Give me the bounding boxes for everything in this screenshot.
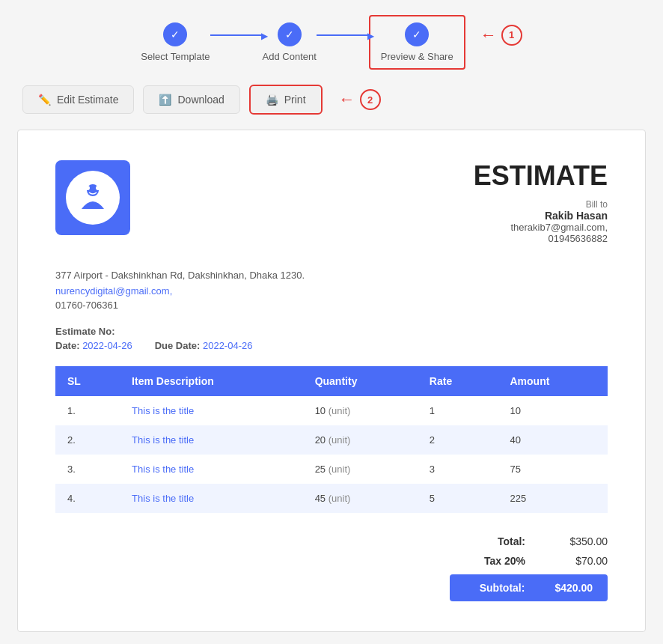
step-2-label: Add Content (263, 51, 317, 62)
col-rate: Rate (418, 366, 498, 396)
estimate-meta: Estimate No: Date: 2022-04-26 Due Date: … (55, 326, 608, 351)
step-3-circle: ✓ (405, 22, 429, 46)
annotation-1: ← 1 (480, 25, 522, 46)
svg-point-1 (85, 186, 90, 190)
cell-quantity: 45 (unit) (303, 484, 418, 513)
svg-point-2 (96, 186, 100, 190)
company-phone: 01760-706361 (55, 300, 608, 311)
download-button[interactable]: ⬆️ Download (143, 85, 239, 114)
tax-value: $70.00 (555, 555, 608, 567)
subtotal-label: Subtotal: (450, 574, 540, 601)
bill-to-name: Rakib Hasan (474, 210, 608, 222)
table-row: 2. This is the title 20 (unit) 2 40 (55, 425, 608, 455)
tax-label: Tax 20% (450, 555, 525, 567)
total-value: $350.00 (555, 535, 608, 547)
doc-title-section: ESTIMATE Bill to Rakib Hasan therakib7@g… (474, 160, 608, 244)
tax-row: Tax 20% $70.00 (450, 555, 608, 567)
doc-header: ESTIMATE Bill to Rakib Hasan therakib7@g… (55, 160, 608, 244)
step-1-circle: ✓ (163, 22, 187, 46)
edit-estimate-button[interactable]: ✏️ Edit Estimate (22, 85, 134, 114)
col-sl: SL (55, 366, 120, 396)
step-2: ✓ Add Content (263, 22, 317, 62)
connector-2: ▶ (317, 34, 369, 36)
cell-amount: 75 (498, 455, 608, 484)
items-table: SL Item Description Quantity Rate Amount… (55, 366, 608, 513)
bill-to-phone: 01945636882 (474, 233, 608, 244)
bill-to-email: therakib7@gmail.com, (474, 222, 608, 233)
cell-sl: 3. (55, 455, 120, 484)
date-field: Date: 2022-04-26 (55, 340, 132, 351)
col-quantity: Quantity (303, 366, 418, 396)
subtotal-row: Subtotal: $420.00 (450, 574, 608, 601)
cell-description: This is the title (120, 455, 303, 484)
step-1: ✓ Select Template (141, 22, 210, 62)
step-3-label: Preview & Share (381, 51, 453, 62)
step-1-label: Select Template (141, 51, 210, 62)
cell-description: This is the title (120, 396, 303, 425)
subtotal-value: $420.00 (540, 574, 608, 601)
company-info: 377 Airport - Dakshinkhan Rd, Dakshinkha… (55, 267, 608, 311)
arrow-1-icon: ▶ (261, 31, 268, 41)
bill-to-label: Bill to (474, 199, 608, 210)
print-button[interactable]: 🖨️ Print (249, 85, 323, 115)
cell-rate: 3 (418, 455, 498, 484)
table-row: 4. This is the title 45 (unit) 5 225 (55, 484, 608, 513)
estimate-number: Estimate No: (55, 326, 608, 337)
cell-quantity: 10 (unit) (303, 396, 418, 425)
cell-sl: 2. (55, 425, 120, 455)
estimate-title: ESTIMATE (474, 160, 608, 192)
arrow-2-icon: ▶ (367, 31, 374, 41)
company-logo (55, 160, 130, 235)
meta-dates: Date: 2022-04-26 Due Date: 2022-04-26 (55, 340, 608, 351)
cell-quantity: 20 (unit) (303, 425, 418, 455)
totals-section: Total: $350.00 Tax 20% $70.00 Subtotal: … (55, 535, 608, 601)
cell-amount: 40 (498, 425, 608, 455)
circle-1: 1 (501, 25, 522, 46)
cell-quantity: 25 (unit) (303, 455, 418, 484)
cell-rate: 2 (418, 425, 498, 455)
total-label: Total: (450, 535, 525, 547)
download-icon: ⬆️ (159, 94, 171, 106)
company-email: nurencydigital@gmail.com, (55, 284, 608, 300)
company-address: 377 Airport - Dakshinkhan Rd, Dakshinkha… (55, 267, 608, 284)
toolbar: ✏️ Edit Estimate ⬆️ Download 🖨️ Print ← … (15, 85, 648, 115)
cell-description: This is the title (120, 484, 303, 513)
cell-sl: 1. (55, 396, 120, 425)
circle-2: 2 (360, 89, 381, 110)
document: ESTIMATE Bill to Rakib Hasan therakib7@g… (17, 130, 646, 632)
cell-rate: 5 (418, 484, 498, 513)
connector-1: ▶ (210, 34, 263, 36)
edit-icon: ✏️ (38, 94, 51, 106)
col-amount: Amount (498, 366, 608, 396)
cell-description: This is the title (120, 425, 303, 455)
due-date-field: Due Date: 2022-04-26 (155, 340, 253, 351)
step-2-circle: ✓ (278, 22, 302, 46)
print-icon: 🖨️ (266, 94, 278, 106)
col-description: Item Description (120, 366, 303, 396)
total-row: Total: $350.00 (450, 535, 608, 547)
arrow-left-2-icon: ← (339, 90, 355, 109)
table-row: 3. This is the title 25 (unit) 3 75 (55, 455, 608, 484)
cell-rate: 1 (418, 396, 498, 425)
cell-amount: 225 (498, 484, 608, 513)
arrow-left-icon: ← (480, 25, 497, 45)
cell-sl: 4. (55, 484, 120, 513)
cell-amount: 10 (498, 396, 608, 425)
annotation-2: ← 2 (339, 89, 381, 110)
table-row: 1. This is the title 10 (unit) 1 10 (55, 396, 608, 425)
step-3: ✓ Preview & Share (369, 15, 465, 70)
